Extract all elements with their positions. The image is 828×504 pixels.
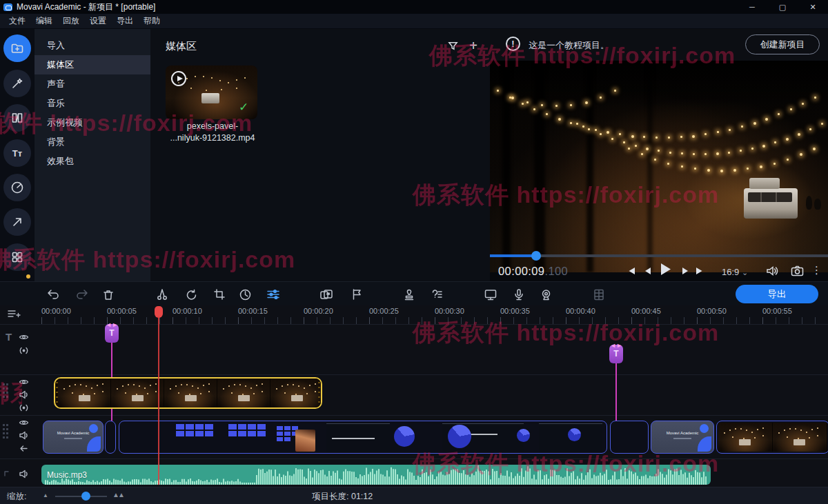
stickers-button[interactable] (3, 174, 31, 201)
preview-menu-button[interactable]: ⋮ (811, 264, 822, 276)
previous-frame-button[interactable] (641, 264, 656, 278)
close-button[interactable]: ✕ (798, 0, 828, 14)
category-import[interactable]: 导入 (34, 36, 150, 55)
light-dot (729, 129, 731, 131)
linked-title-clip[interactable] (105, 421, 116, 454)
import-media-button[interactable] (3, 34, 31, 62)
category-sounds[interactable]: 声音 (34, 74, 150, 94)
menu-settings[interactable]: 设置 (90, 15, 106, 27)
next-frame-button[interactable] (676, 264, 691, 278)
menu-edit[interactable]: 编辑 (36, 15, 52, 27)
color-adjustments-button[interactable] (265, 287, 282, 302)
zoom-in-button[interactable]: ▲▲ (112, 491, 124, 498)
filmstrip-frame (58, 379, 111, 407)
menu-export[interactable]: 导出 (117, 15, 133, 27)
redo-button[interactable] (74, 287, 90, 302)
next-frame-icon (679, 266, 689, 276)
maximize-button[interactable]: ▢ (767, 0, 798, 14)
ruler-label: 00:00:35 (500, 307, 530, 315)
quiz-button[interactable] (428, 287, 444, 302)
split-button[interactable] (154, 287, 170, 302)
more-tools-button[interactable] (3, 243, 31, 271)
undo-button[interactable] (45, 287, 61, 302)
aspect-ratio-dropdown[interactable]: 16:9 ⌄ (722, 267, 748, 277)
title-marker-t: T (105, 328, 119, 338)
add-track-button[interactable] (7, 309, 17, 319)
video-preview[interactable] (490, 61, 828, 272)
minimize-button[interactable]: ─ (737, 0, 767, 14)
skip-to-end-button[interactable] (693, 264, 708, 278)
audio-clip[interactable]: Music.mp3 (41, 465, 711, 485)
current-time: 00:00:09.100 (498, 265, 568, 278)
filters-button[interactable] (3, 70, 31, 97)
title-track-link-toggle[interactable] (19, 345, 29, 356)
voice-record-button[interactable] (511, 287, 527, 302)
ruler-label: 00:00:55 (762, 307, 792, 315)
skip-end-icon (695, 266, 706, 276)
night-video-clip[interactable] (716, 421, 828, 454)
filter-icon[interactable] (448, 41, 458, 51)
magic-wand-icon (10, 76, 25, 91)
callouts-button[interactable] (3, 208, 31, 236)
menu-file[interactable]: 文件 (9, 15, 26, 27)
tutorial-video-clip[interactable] (119, 421, 607, 454)
title-clip-marker[interactable]: ◄► T (609, 345, 623, 363)
marker-button[interactable] (348, 287, 365, 302)
add-media-icon[interactable]: + (469, 40, 477, 51)
speaker-icon (19, 390, 29, 399)
info-icon: ! (506, 37, 520, 51)
sticker-clock-icon (10, 180, 25, 195)
empty-clip[interactable] (610, 421, 649, 454)
intro-clip[interactable]: Movavi Academic (43, 421, 103, 454)
light-dot (654, 159, 656, 161)
link-icon (19, 403, 29, 412)
seek-handle[interactable] (531, 251, 541, 261)
category-effect-packs[interactable]: 效果包 (34, 152, 150, 171)
overlay-track-visibility-toggle[interactable] (19, 376, 29, 387)
zoom-out-button[interactable]: ▲ (43, 492, 48, 498)
menu-playback[interactable]: 回放 (63, 15, 79, 27)
video-track-mute-toggle[interactable] (19, 430, 29, 441)
grid-icon (10, 250, 25, 265)
light-dot (786, 138, 789, 141)
skip-to-start-button[interactable] (623, 264, 638, 278)
transitions-button[interactable] (3, 104, 31, 132)
category-backgrounds[interactable]: 背景 (34, 132, 150, 152)
selected-overlay-clip[interactable] (54, 377, 322, 409)
light-dot (798, 133, 800, 136)
video-track-collapse-button[interactable] (19, 443, 29, 454)
screen-capture-button[interactable] (482, 287, 499, 302)
title-track-visibility-toggle[interactable] (19, 332, 29, 342)
overlay-track-link-toggle[interactable] (19, 403, 29, 413)
zoom-slider-handle[interactable] (81, 492, 90, 501)
overlay-track-mute-toggle[interactable] (19, 390, 29, 400)
media-bin-title: 媒体区 (166, 40, 197, 53)
storyboard-button[interactable] (591, 287, 607, 302)
snapshot-button[interactable] (789, 264, 805, 278)
delete-button[interactable] (100, 287, 117, 302)
audio-track-mute-toggle[interactable] (19, 469, 29, 479)
webcam-button[interactable] (538, 287, 554, 302)
play-preview-icon[interactable] (171, 71, 186, 86)
clip-speed-button[interactable] (237, 287, 253, 302)
titles-button[interactable]: Tт (3, 139, 31, 167)
category-sample-videos[interactable]: 示例视频 (34, 113, 150, 132)
create-new-project-button[interactable]: 创建新项目 (745, 34, 820, 54)
volume-button[interactable] (765, 264, 780, 278)
category-music[interactable]: 音乐 (34, 94, 150, 113)
rotate-button[interactable] (183, 287, 199, 302)
menu-help[interactable]: 帮助 (144, 15, 160, 27)
video-track-visibility-toggle[interactable] (19, 417, 29, 427)
crop-button[interactable] (211, 287, 228, 302)
title-clip-marker[interactable]: ◄► T (105, 324, 119, 343)
export-button[interactable]: 导出 (736, 285, 818, 303)
watermark-stamp-button[interactable] (401, 287, 417, 302)
light-dot (667, 163, 669, 165)
outro-clip[interactable]: Movavi Academic (651, 421, 714, 454)
transition-wizard-button[interactable] (318, 287, 335, 302)
category-media-bin[interactable]: 媒体区 (34, 55, 150, 74)
light-dot (669, 152, 671, 154)
seek-bar[interactable] (490, 254, 828, 257)
play-button[interactable] (658, 262, 673, 276)
light-dot (802, 103, 804, 105)
